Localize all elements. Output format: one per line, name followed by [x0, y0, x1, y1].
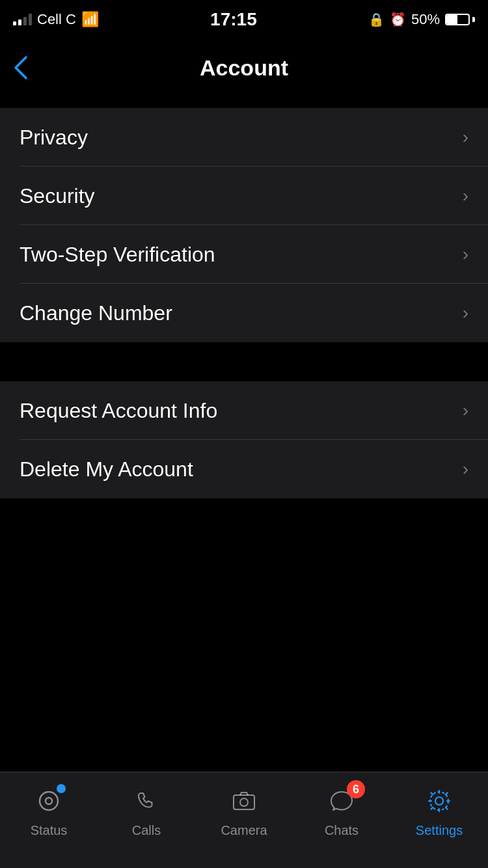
svg-rect-2	[234, 795, 254, 809]
svg-point-1	[46, 798, 52, 804]
menu-item-security[interactable]: Security ›	[0, 167, 488, 225]
calls-icon-wrap	[128, 783, 165, 819]
signal-icon	[13, 14, 32, 25]
chevron-right-icon: ›	[463, 303, 468, 323]
chevron-right-icon: ›	[463, 459, 468, 480]
time-label: 17:15	[210, 9, 257, 30]
delete-account-label: Delete My Account	[20, 457, 193, 481]
lock-icon: 🔒	[368, 12, 385, 27]
chats-icon-wrap: 6	[323, 783, 360, 819]
content-area	[0, 498, 488, 772]
status-bar: Cell C 📶 17:15 🔒 ⏰ 50%	[0, 0, 488, 39]
tab-camera[interactable]: Camera	[195, 783, 293, 838]
tab-status-label: Status	[31, 823, 68, 838]
camera-icon	[230, 787, 258, 815]
page-title: Account	[200, 55, 288, 81]
tab-calls-label: Calls	[132, 823, 161, 838]
tab-camera-label: Camera	[221, 823, 267, 838]
menu-item-privacy[interactable]: Privacy ›	[0, 108, 488, 167]
security-label: Security	[20, 184, 95, 208]
status-icon-wrap	[31, 783, 67, 819]
alarm-icon: ⏰	[390, 12, 406, 27]
tab-status[interactable]: Status	[0, 783, 98, 838]
chevron-right-icon: ›	[463, 127, 468, 148]
wifi-icon: 📶	[81, 11, 99, 28]
calls-icon	[132, 787, 161, 815]
menu-section-1: Privacy › Security › Two-Step Verificati…	[0, 108, 488, 342]
status-left: Cell C 📶	[13, 11, 99, 28]
tab-settings[interactable]: Settings	[390, 783, 488, 838]
menu-item-delete-account[interactable]: Delete My Account ›	[0, 440, 488, 498]
menu-item-two-step[interactable]: Two-Step Verification ›	[0, 225, 488, 284]
menu-item-request-info[interactable]: Request Account Info ›	[0, 381, 488, 440]
battery-icon	[445, 14, 475, 25]
tab-chats-label: Chats	[325, 823, 359, 838]
battery-percent: 50%	[411, 11, 440, 28]
status-right: 🔒 ⏰ 50%	[368, 11, 475, 28]
tab-settings-label: Settings	[416, 823, 463, 838]
svg-point-0	[40, 792, 58, 810]
request-info-label: Request Account Info	[20, 399, 217, 423]
menu-item-change-number[interactable]: Change Number ›	[0, 284, 488, 342]
carrier-label: Cell C	[37, 11, 76, 28]
status-dot	[57, 784, 66, 793]
menu-section-2: Request Account Info › Delete My Account…	[0, 381, 488, 498]
nav-header: Account	[0, 39, 488, 96]
tab-bar: Status Calls Camera 6 Chats	[0, 772, 488, 868]
chevron-right-icon: ›	[463, 185, 468, 206]
settings-icon-wrap	[421, 783, 457, 819]
chats-badge: 6	[347, 780, 365, 798]
svg-point-4	[435, 797, 443, 805]
tab-chats[interactable]: 6 Chats	[293, 783, 390, 838]
camera-icon-wrap	[226, 783, 262, 819]
settings-icon	[425, 787, 454, 815]
svg-point-3	[240, 798, 248, 806]
change-number-label: Change Number	[20, 301, 172, 325]
top-gap	[0, 96, 488, 108]
tab-calls[interactable]: Calls	[98, 783, 195, 838]
two-step-label: Two-Step Verification	[20, 243, 215, 267]
chevron-right-icon: ›	[463, 400, 468, 421]
privacy-label: Privacy	[20, 126, 88, 150]
back-button[interactable]	[13, 55, 29, 81]
middle-gap	[0, 342, 488, 381]
chevron-right-icon: ›	[463, 244, 468, 265]
